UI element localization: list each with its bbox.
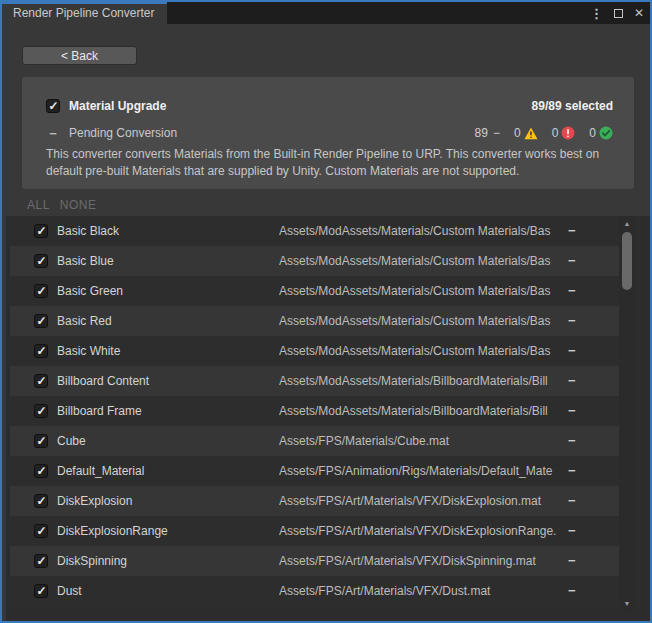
maximize-icon[interactable] (614, 9, 623, 18)
converter-title: Material Upgrade (69, 99, 166, 113)
materials-list-region: Basic Black Assets/ModAssets/Materials/C… (6, 216, 650, 621)
converter-panel: Material Upgrade 89/89 selected − Pendin… (22, 77, 634, 189)
back-button[interactable]: < Back (22, 46, 137, 65)
render-pipeline-converter-window: Render Pipeline Converter ⋮ ✕ < Back Mat… (0, 0, 652, 623)
material-path: Assets/ModAssets/Materials/Custom Materi… (279, 224, 565, 238)
success-count: 0 (589, 126, 596, 140)
pending-dash-icon: − (46, 126, 60, 141)
row-checkbox[interactable] (34, 314, 48, 328)
error-count: 0 (552, 126, 559, 140)
row-status-dash-icon: − (568, 313, 576, 328)
material-path: Assets/ModAssets/Materials/BillboardMate… (279, 404, 565, 418)
row-status-dash-icon: − (568, 433, 576, 448)
material-name: DiskExplosion (57, 494, 132, 508)
row-checkbox[interactable] (34, 494, 48, 508)
material-name: Basic Blue (57, 254, 114, 268)
row-checkbox[interactable] (34, 464, 48, 478)
material-name: Basic Black (57, 224, 119, 238)
material-name: Cube (57, 434, 86, 448)
row-status-dash-icon: − (568, 343, 576, 358)
material-upgrade-checkbox[interactable] (46, 99, 60, 113)
material-path: Assets/ModAssets/Materials/Custom Materi… (279, 254, 565, 268)
material-path: Assets/FPS/Art/Materials/VFX/DiskExplosi… (279, 494, 565, 508)
title-bar: Render Pipeline Converter ⋮ ✕ (2, 2, 650, 24)
material-path: Assets/ModAssets/Materials/Custom Materi… (279, 314, 565, 328)
error-icon (561, 126, 575, 140)
pending-count-dash-icon: − (493, 126, 500, 140)
pending-conversion-label: Pending Conversion (69, 126, 177, 140)
table-row[interactable]: Billboard Frame Assets/ModAssets/Materia… (10, 396, 619, 426)
select-all-button[interactable]: ALL (27, 198, 50, 212)
material-path: Assets/FPS/Materials/Cube.mat (279, 434, 565, 448)
material-path: Assets/ModAssets/Materials/BillboardMate… (279, 374, 565, 388)
success-icon (599, 126, 613, 140)
material-path: Assets/ModAssets/Materials/Custom Materi… (279, 344, 565, 358)
selection-controls: ALL NONE (27, 198, 97, 212)
row-checkbox[interactable] (34, 434, 48, 448)
converter-description: This converter converts Materials from t… (46, 146, 622, 180)
row-status-dash-icon: − (568, 463, 576, 478)
row-checkbox[interactable] (34, 284, 48, 298)
scroll-down-icon[interactable]: ▼ (619, 598, 635, 610)
row-checkbox[interactable] (34, 554, 48, 568)
table-row[interactable]: DiskExplosion Assets/FPS/Art/Materials/V… (10, 486, 619, 516)
material-name: Dust (57, 584, 82, 598)
row-checkbox[interactable] (34, 224, 48, 238)
select-none-button[interactable]: NONE (60, 198, 97, 212)
row-checkbox[interactable] (34, 344, 48, 358)
row-status-dash-icon: − (568, 223, 576, 238)
warning-count: 0 (514, 126, 521, 140)
material-name: Basic Red (57, 314, 112, 328)
material-path: Assets/ModAssets/Materials/Custom Materi… (279, 284, 565, 298)
close-icon[interactable]: ✕ (634, 7, 644, 19)
tab-render-pipeline-converter[interactable]: Render Pipeline Converter (2, 2, 167, 24)
table-row[interactable]: Basic White Assets/ModAssets/Materials/C… (10, 336, 619, 366)
selected-count: 89/89 selected (532, 99, 613, 113)
table-row[interactable]: Basic Red Assets/ModAssets/Materials/Cus… (10, 306, 619, 336)
row-status-dash-icon: − (568, 493, 576, 508)
materials-list: Basic Black Assets/ModAssets/Materials/C… (10, 216, 619, 606)
table-row[interactable]: Default_Material Assets/FPS/Animation/Ri… (10, 456, 619, 486)
pending-count: 89 (475, 126, 488, 140)
material-name: DiskSpinning (57, 554, 127, 568)
table-row[interactable]: DiskSpinning Assets/FPS/Art/Materials/VF… (10, 546, 619, 576)
table-row[interactable]: Cube Assets/FPS/Materials/Cube.mat − (10, 426, 619, 456)
row-checkbox[interactable] (34, 584, 48, 598)
row-status-dash-icon: − (568, 583, 576, 598)
table-row[interactable]: DiskExplosionRange Assets/FPS/Art/Materi… (10, 516, 619, 546)
table-row[interactable]: Billboard Content Assets/ModAssets/Mater… (10, 366, 619, 396)
row-checkbox[interactable] (34, 404, 48, 418)
row-checkbox[interactable] (34, 524, 48, 538)
row-status-dash-icon: − (568, 283, 576, 298)
warning-icon (524, 127, 538, 140)
row-status-dash-icon: − (568, 553, 576, 568)
row-status-dash-icon: − (568, 373, 576, 388)
window-title: Render Pipeline Converter (13, 6, 154, 20)
material-name: DiskExplosionRange (57, 524, 168, 538)
material-name: Billboard Frame (57, 404, 142, 418)
material-name: Default_Material (57, 464, 144, 478)
material-path: Assets/FPS/Art/Materials/VFX/DiskSpinnin… (279, 554, 565, 568)
scroll-up-icon[interactable]: ▲ (619, 218, 635, 230)
material-name: Billboard Content (57, 374, 149, 388)
row-status-dash-icon: − (568, 253, 576, 268)
menu-icon[interactable]: ⋮ (590, 7, 603, 20)
material-path: Assets/FPS/Animation/Rigs/Materials/Defa… (279, 464, 565, 478)
table-row[interactable]: Dust Assets/FPS/Art/Materials/VFX/Dust.m… (10, 576, 619, 606)
window-controls: ⋮ ✕ (590, 2, 644, 24)
table-row[interactable]: Basic Black Assets/ModAssets/Materials/C… (10, 216, 619, 246)
row-checkbox[interactable] (34, 374, 48, 388)
vertical-scrollbar[interactable]: ▲ ▼ (619, 216, 635, 612)
scrollbar-thumb[interactable] (622, 232, 632, 290)
table-row[interactable]: Basic Green Assets/ModAssets/Materials/C… (10, 276, 619, 306)
row-checkbox[interactable] (34, 254, 48, 268)
material-path: Assets/FPS/Art/Materials/VFX/Dust.mat (279, 584, 565, 598)
table-row[interactable]: Basic Blue Assets/ModAssets/Materials/Cu… (10, 246, 619, 276)
material-name: Basic White (57, 344, 120, 358)
material-path: Assets/FPS/Art/Materials/VFX/DiskExplosi… (279, 524, 565, 538)
material-name: Basic Green (57, 284, 123, 298)
row-status-dash-icon: − (568, 523, 576, 538)
row-status-dash-icon: − (568, 403, 576, 418)
conversion-stats: 89 − 0 0 (475, 126, 613, 140)
